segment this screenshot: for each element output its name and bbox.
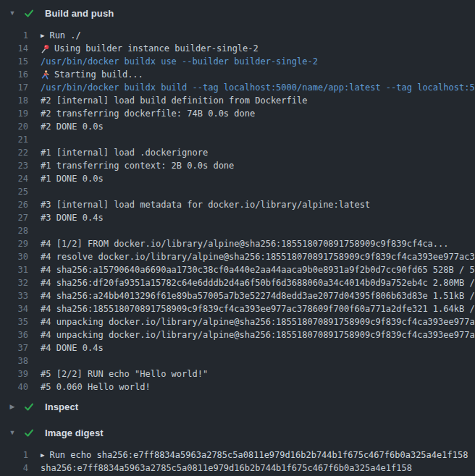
log-line: 26#3 [internal] load metadata for docker… xyxy=(0,198,475,211)
log-line: 16Starting build... xyxy=(0,68,475,81)
line-number-link[interactable]: 32 xyxy=(0,276,28,289)
check-icon xyxy=(22,9,36,18)
line-number-link[interactable]: 4 xyxy=(0,462,28,475)
line-number-link[interactable]: 28 xyxy=(0,224,28,237)
log-line: 38 xyxy=(0,354,475,367)
log-line: 37#4 DONE 0.4s xyxy=(0,341,475,354)
line-number-link[interactable]: 36 xyxy=(0,328,28,341)
line-number-link[interactable]: 40 xyxy=(0,381,28,394)
line-number-link[interactable]: 24 xyxy=(0,172,28,185)
log-text: Starting build... xyxy=(54,68,143,81)
actions-log-viewer: ▼Build and push1▶Run ./14Using builder i… xyxy=(0,0,475,476)
line-number-link[interactable]: 30 xyxy=(0,250,28,263)
log-text: Run echo sha256:e7ff8834a5963a2785c5a081… xyxy=(49,449,468,462)
log-line: 22#1 [internal] load .dockerignore xyxy=(0,146,475,159)
line-number-link[interactable]: 17 xyxy=(0,81,28,94)
log-section-inspect: ▶Inspect xyxy=(0,394,475,420)
log-line: 4sha256:e7ff8834a5963a2785c5a0811e979d16… xyxy=(0,462,475,475)
log-line: 21 xyxy=(0,133,475,146)
log-line: 17/usr/bin/docker buildx build --tag loc… xyxy=(0,81,475,94)
line-number-link[interactable]: 19 xyxy=(0,107,28,120)
log-line: 18#2 [internal] load build definition fr… xyxy=(0,94,475,107)
chevron-down-icon[interactable]: ▼ xyxy=(4,0,20,26)
line-number-link[interactable]: 23 xyxy=(0,159,28,172)
log-text: #4 sha256:df20fa9351a15782c64e6dddb2d4a6… xyxy=(41,276,475,289)
log-text: sha256:e7ff8834a5963a2785c5a0811e979d16b… xyxy=(41,462,412,475)
expand-group-icon[interactable]: ▶ xyxy=(41,449,44,462)
section-header-inspect[interactable]: ▶Inspect xyxy=(0,394,475,420)
log-line: 39#5 [2/2] RUN echo "Hello world!" xyxy=(0,367,475,381)
line-number-link[interactable]: 20 xyxy=(0,120,28,133)
section-header-build-and-push[interactable]: ▼Build and push xyxy=(0,0,475,26)
line-number-link[interactable]: 25 xyxy=(0,185,28,198)
log-line: 32#4 sha256:df20fa9351a15782c64e6dddb2d4… xyxy=(0,276,475,289)
line-number-link[interactable]: 37 xyxy=(0,341,28,354)
line-number-link[interactable]: 15 xyxy=(0,55,28,68)
log-text: #2 transferring dockerfile: 74B 0.0s don… xyxy=(41,107,255,120)
log-text: #5 [2/2] RUN echo "Hello world!" xyxy=(41,367,208,381)
log-text: #4 unpacking docker.io/library/alpine@sh… xyxy=(41,328,475,341)
pushpin-icon xyxy=(41,44,50,54)
expand-group-icon[interactable]: ▶ xyxy=(41,29,44,42)
log-line: 20#2 DONE 0.0s xyxy=(0,120,475,133)
log-line: 28 xyxy=(0,224,475,237)
log-text: #4 sha256:a15790640a6690aa1730c38cf0a440… xyxy=(41,263,475,276)
line-number-link[interactable]: 29 xyxy=(0,237,28,250)
log-line: 31#4 sha256:a15790640a6690aa1730c38cf0a4… xyxy=(0,263,475,276)
line-number-link[interactable]: 39 xyxy=(0,367,28,381)
line-number-link[interactable]: 21 xyxy=(0,133,28,146)
log-text: #4 resolve docker.io/library/alpine@sha2… xyxy=(41,250,475,263)
line-number-link[interactable]: 34 xyxy=(0,302,28,315)
log-text: #4 [1/2] FROM docker.io/library/alpine@s… xyxy=(41,237,449,250)
line-number-link[interactable]: 1 xyxy=(0,449,28,462)
log-section-image-digest: ▼Image digest1▶Run echo sha256:e7ff8834a… xyxy=(0,420,475,475)
line-number-link[interactable]: 27 xyxy=(0,211,28,224)
log-line: 29#4 [1/2] FROM docker.io/library/alpine… xyxy=(0,237,475,250)
line-number-link[interactable]: 22 xyxy=(0,146,28,159)
log-text: #3 DONE 0.4s xyxy=(41,211,104,224)
section-header-image-digest[interactable]: ▼Image digest xyxy=(0,420,475,446)
log-text: Run ./ xyxy=(49,29,80,42)
log-line: 1▶Run ./ xyxy=(0,29,475,42)
section-title: Image digest xyxy=(45,428,104,438)
log-line: 36#4 unpacking docker.io/library/alpine@… xyxy=(0,328,475,341)
log-text: Using builder instance builder-single-2 xyxy=(54,42,258,55)
log-text: #4 unpacking docker.io/library/alpine@sh… xyxy=(41,315,475,328)
line-number-link[interactable]: 35 xyxy=(0,315,28,328)
line-number-link[interactable]: 1 xyxy=(0,29,28,42)
check-icon xyxy=(22,428,36,438)
line-number-link[interactable]: 33 xyxy=(0,289,28,302)
log-text: #3 [internal] load metadata for docker.i… xyxy=(41,198,370,211)
log-line: 27#3 DONE 0.4s xyxy=(0,211,475,224)
section-title: Inspect xyxy=(45,401,78,412)
log-line: 34#4 sha256:185518070891758909c9f839cf4c… xyxy=(0,302,475,315)
log-section-build-and-push: ▼Build and push1▶Run ./14Using builder i… xyxy=(0,0,475,394)
log-text: #2 DONE 0.0s xyxy=(41,120,104,133)
log-text: #1 DONE 0.0s xyxy=(41,172,104,185)
line-number-link[interactable]: 26 xyxy=(0,198,28,211)
chevron-right-icon[interactable]: ▶ xyxy=(4,394,20,420)
log-line: 23#1 transferring context: 2B 0.0s done xyxy=(0,159,475,172)
section-title: Build and push xyxy=(45,8,114,19)
log-text: /usr/bin/docker buildx build --tag local… xyxy=(41,81,475,94)
chevron-down-icon[interactable]: ▼ xyxy=(4,420,20,446)
line-number-link[interactable]: 16 xyxy=(0,68,28,81)
line-number-link[interactable]: 14 xyxy=(0,42,28,55)
section-lines: 1▶Run echo sha256:e7ff8834a5963a2785c5a0… xyxy=(0,449,475,475)
log-text: #2 [internal] load build definition from… xyxy=(41,94,307,107)
log-line: 19#2 transferring dockerfile: 74B 0.0s d… xyxy=(0,107,475,120)
log-text: #4 sha256:185518070891758909c9f839cf4ca3… xyxy=(41,302,475,315)
log-line: 33#4 sha256:a24bb4013296f61e89ba57005a7b… xyxy=(0,289,475,302)
log-line: 14Using builder instance builder-single-… xyxy=(0,42,475,55)
log-line: 24#1 DONE 0.0s xyxy=(0,172,475,185)
log-line: 1▶Run echo sha256:e7ff8834a5963a2785c5a0… xyxy=(0,449,475,462)
log-text: /usr/bin/docker buildx use --builder bui… xyxy=(41,55,318,68)
line-number-link[interactable]: 31 xyxy=(0,263,28,276)
log-line: 30#4 resolve docker.io/library/alpine@sh… xyxy=(0,250,475,263)
log-text: #5 0.060 Hello world! xyxy=(41,381,151,394)
log-line: 25 xyxy=(0,185,475,198)
runner-icon xyxy=(41,70,50,80)
line-number-link[interactable]: 38 xyxy=(0,354,28,367)
section-lines: 1▶Run ./14Using builder instance builder… xyxy=(0,29,475,394)
line-number-link[interactable]: 18 xyxy=(0,94,28,107)
